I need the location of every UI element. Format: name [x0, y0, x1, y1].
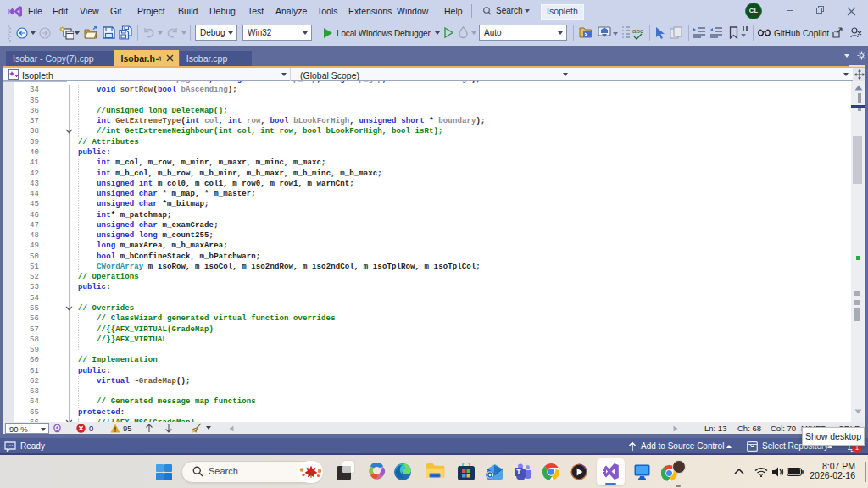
svg-text:abc: abc [632, 27, 643, 35]
